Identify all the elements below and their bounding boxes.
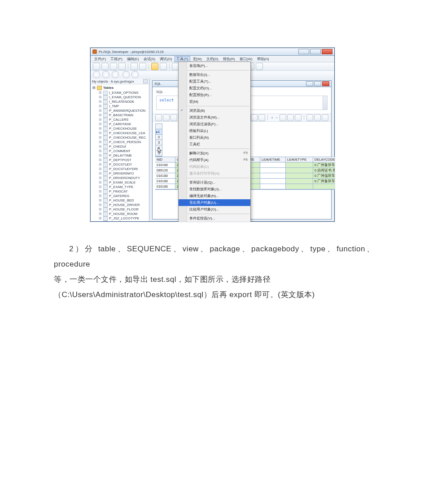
tree-item[interactable]: ⊞P_EXAM_SCALE bbox=[92, 180, 148, 185]
grid-cell[interactable]: 016180 bbox=[155, 184, 175, 189]
minimize-button[interactable] bbox=[298, 49, 309, 54]
execute-button[interactable] bbox=[151, 63, 158, 70]
browser-expand-button[interactable] bbox=[143, 79, 148, 83]
tree-item[interactable]: ⊞P_ANSWERQUESTION bbox=[92, 109, 148, 113]
inner-maximize-button[interactable] bbox=[314, 81, 321, 86]
menu-dropdown-item[interactable]: 宏(M) bbox=[179, 98, 250, 105]
menu-dropdown-item[interactable]: 数据导出(I)... bbox=[179, 71, 250, 78]
menu-dropdown-item[interactable]: 比较用户对象(O)... bbox=[179, 206, 250, 213]
menu-item[interactable]: 文档(D) bbox=[205, 56, 220, 62]
grid-nav-icon[interactable]: + bbox=[271, 116, 273, 120]
grid-cell[interactable] bbox=[286, 162, 313, 168]
grid-tool-button[interactable] bbox=[322, 114, 328, 121]
menu-dropdown-item[interactable]: 事件监控器(V)... bbox=[179, 215, 250, 222]
tree-item[interactable]: ⊞P_CARDTASK bbox=[92, 122, 148, 127]
menu-dropdown-item[interactable]: 解释计划(X)F5 bbox=[179, 150, 250, 157]
menu-dropdown-item[interactable]: 浏览器过滤器(F)... bbox=[179, 121, 250, 127]
grid-cell[interactable]: 0 广州值班车 bbox=[313, 173, 335, 179]
menu-item[interactable]: 工程(P) bbox=[109, 56, 124, 62]
tree-item[interactable]: ⊞I_EXAM_OPTIONS bbox=[92, 91, 148, 95]
grid-cell[interactable]: 0 广州备班车 bbox=[313, 179, 335, 184]
menu-item[interactable]: 窗口(W) bbox=[238, 56, 254, 62]
grid-cell[interactable]: 016180 bbox=[155, 173, 175, 179]
tree-item[interactable]: ⊞P_CHECKHOUSE_LEA bbox=[92, 131, 148, 136]
menu-dropdown-item[interactable]: 导出用户对象(U)... bbox=[179, 199, 250, 206]
tree-item[interactable]: ⊞P_HOUSE_DRIVER bbox=[92, 203, 148, 207]
menu-dropdown-item[interactable]: 首选项(P)... bbox=[179, 62, 250, 69]
menu-item[interactable]: 报告(R) bbox=[221, 56, 237, 62]
grid-tool-button[interactable] bbox=[258, 114, 265, 121]
grid-nav-icon[interactable]: − bbox=[276, 116, 278, 120]
vertical-scrollbar[interactable] bbox=[323, 96, 327, 110]
maximize-button[interactable] bbox=[310, 49, 321, 54]
tree-item[interactable]: ⊞P_DOCSTUDY bbox=[92, 162, 148, 167]
menu-dropdown-item[interactable]: 会话(E)... bbox=[179, 222, 250, 222]
tree-item[interactable]: ⊞P_DRIVERINFO bbox=[92, 171, 148, 176]
tree-folder[interactable]: ⊟Tables bbox=[92, 85, 148, 91]
grid-tool-button[interactable] bbox=[287, 114, 294, 121]
menu-dropdown-item[interactable]: 编译无效对象(N)... bbox=[179, 193, 250, 199]
toolbar-button[interactable] bbox=[93, 63, 100, 70]
grid-tool-button[interactable] bbox=[280, 114, 286, 121]
tree-item[interactable]: ⊞I_TMP bbox=[92, 104, 148, 109]
tree-item[interactable]: ⊞P_CHECKHOUSE_REC bbox=[92, 136, 148, 140]
tools-menu-dropdown[interactable]: 首选项(P)...数据导出(I)...配置工具(T)...配置文档(O)...配… bbox=[178, 61, 251, 222]
grid-tool-button[interactable] bbox=[163, 114, 170, 121]
tree-item[interactable]: ⊞P_DOCSTUDYDRI bbox=[92, 167, 148, 171]
menu-dropdown-item[interactable]: 配置报告(R)... bbox=[179, 92, 250, 98]
tree-item[interactable]: ⊞I_EXAM_QUESTION bbox=[92, 95, 148, 100]
grid-cell[interactable] bbox=[286, 173, 313, 179]
tree-item[interactable]: ⊞P_JSZ_LOCOTYPE bbox=[92, 216, 148, 221]
grid-cell[interactable]: 0 广州备班车 bbox=[313, 162, 335, 168]
grid-tool-button[interactable] bbox=[155, 114, 162, 121]
tree-item[interactable]: ⊞P_CHECK_PERSON bbox=[92, 140, 148, 145]
grid-tool-button[interactable] bbox=[170, 114, 177, 121]
inner-minimize-button[interactable] bbox=[306, 81, 313, 86]
tree-item[interactable]: ⊞I_RELATENODE bbox=[92, 100, 148, 104]
refresh-icon[interactable] bbox=[131, 71, 139, 78]
grid-tool-button[interactable] bbox=[251, 114, 258, 121]
toolbar-button[interactable] bbox=[101, 63, 109, 70]
grid-cell[interactable] bbox=[313, 184, 335, 189]
tree-item[interactable]: ⊞P_COMMENT bbox=[92, 149, 148, 153]
menu-item[interactable]: 文件(F) bbox=[92, 56, 108, 62]
menu-dropdown-item[interactable]: ✓浏览器(B) bbox=[179, 107, 250, 114]
grid-tool-button[interactable] bbox=[306, 114, 313, 121]
object-tree[interactable]: ⊟Tables⊞I_EXAM_OPTIONS⊞I_EXAM_QUESTION⊞I… bbox=[91, 84, 149, 221]
grid-cell[interactable]: 016180 bbox=[155, 162, 175, 168]
grid-cell[interactable] bbox=[260, 179, 286, 184]
toolbar-button[interactable] bbox=[131, 63, 138, 70]
menu-dropdown-item[interactable]: 模板列表(L) bbox=[179, 127, 250, 134]
tree-item[interactable]: ⊞P_HOUSE_FLOOR bbox=[92, 207, 148, 212]
tree-item[interactable]: ⊞P_HOUSE_ROOM bbox=[92, 212, 148, 216]
tree-item[interactable]: ⊞P_DELAYTIME bbox=[92, 153, 148, 158]
grid-cell[interactable] bbox=[286, 184, 313, 189]
search-icon[interactable] bbox=[112, 71, 119, 78]
tree-item[interactable]: ⊞P_FINGCAT bbox=[92, 189, 148, 194]
tree-item[interactable]: ⊞P_CALLERS bbox=[92, 118, 148, 122]
grid-tool-button[interactable] bbox=[295, 114, 302, 121]
tree-item[interactable]: ⊞P_DEPTPOST bbox=[92, 158, 148, 162]
column-header[interactable]: DELAYCODE bbox=[313, 157, 335, 162]
search-icon[interactable] bbox=[102, 71, 109, 78]
row-number[interactable]: 3 bbox=[156, 140, 162, 145]
toolbar-button[interactable] bbox=[160, 63, 167, 70]
toolbar-button[interactable] bbox=[110, 63, 117, 70]
menu-dropdown-item[interactable]: 配置文档(O)... bbox=[179, 85, 250, 92]
grid-cell[interactable] bbox=[260, 162, 286, 168]
menu-dropdown-item[interactable]: 查找数据库对象(J)... bbox=[179, 186, 250, 193]
column-header[interactable]: LEAVETYPE bbox=[286, 157, 313, 162]
grid-cell[interactable]: 089120 bbox=[155, 168, 175, 173]
menu-dropdown-item[interactable]: 配置工具(T)... bbox=[179, 78, 250, 85]
grid-cell[interactable] bbox=[260, 184, 286, 189]
menu-item[interactable]: 调试(D) bbox=[158, 56, 174, 62]
grid-tool-button[interactable] bbox=[314, 114, 321, 121]
menu-item[interactable]: 宏(M) bbox=[191, 56, 204, 62]
tree-item[interactable]: ⊞P_LEAVENOTE bbox=[92, 221, 148, 221]
row-number[interactable]: 5 bbox=[156, 151, 162, 156]
grid-cell[interactable]: 016180 bbox=[155, 179, 175, 184]
column-header[interactable]: LEAVETIME bbox=[260, 157, 286, 162]
row-number[interactable]: 4 bbox=[156, 145, 162, 151]
grid-cell[interactable] bbox=[286, 168, 313, 173]
menu-dropdown-item[interactable]: 工具栏 bbox=[179, 141, 250, 148]
